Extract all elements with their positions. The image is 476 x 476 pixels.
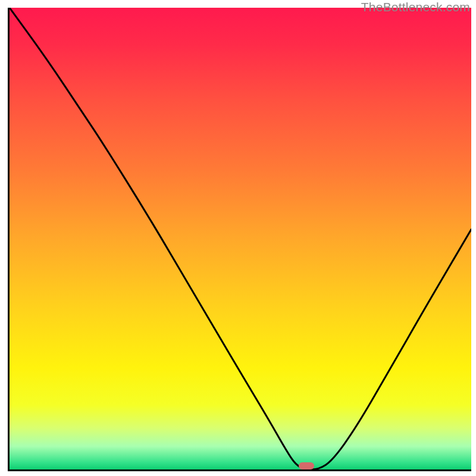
- highlight-marker: [299, 462, 314, 469]
- curve-line: [10, 8, 471, 469]
- plot-area: [8, 8, 471, 471]
- chart-container: TheBottleneck.com: [0, 0, 476, 476]
- watermark-text: TheBottleneck.com: [361, 0, 470, 14]
